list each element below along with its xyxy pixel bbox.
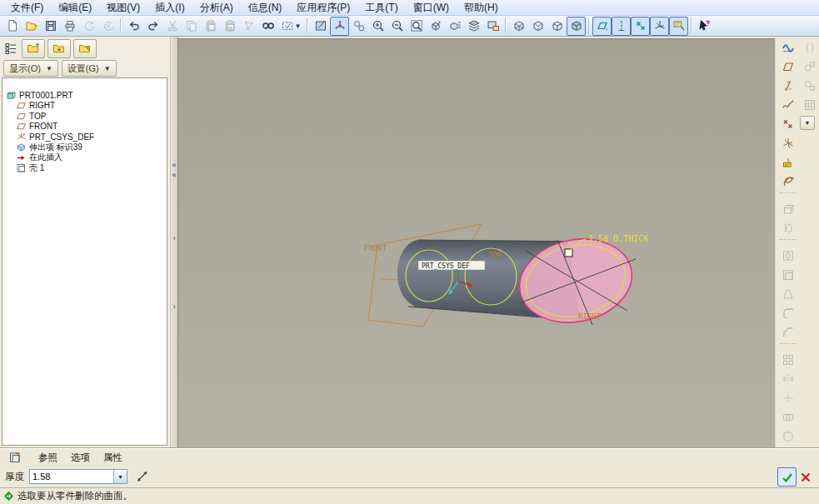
- zoom-out-button[interactable]: [387, 17, 407, 36]
- style-tool-button[interactable]: [778, 38, 798, 57]
- menu-view[interactable]: 视图(V): [99, 0, 147, 16]
- offset-curve-tool-icon: [803, 60, 817, 73]
- refit-button[interactable]: [407, 17, 426, 36]
- datum-curve-tool-button[interactable]: [778, 96, 798, 114]
- select-box-icon: [281, 19, 294, 32]
- nav-tab-model-tree[interactable]: [2, 40, 19, 57]
- annotations-toggle-button[interactable]: [669, 17, 688, 36]
- tree-item-label: FRONT: [29, 122, 57, 131]
- shaded-button[interactable]: [567, 17, 586, 36]
- menu-analysis[interactable]: 分析(A): [192, 0, 241, 16]
- datum-point-dropdown[interactable]: ▼: [800, 116, 815, 130]
- print-button[interactable]: [60, 17, 79, 36]
- trim-tool-button: [778, 389, 798, 407]
- tab-properties[interactable]: 属性: [103, 452, 122, 464]
- graphics-area[interactable]: FRONT RIGHT TOP PRT_CSYS_DEF 1.58 O.THIC…: [177, 38, 775, 447]
- menu-help[interactable]: 帮助(H): [457, 0, 506, 16]
- sash-expand-icon[interactable]: ›: [171, 303, 177, 310]
- layers-button[interactable]: [464, 17, 483, 36]
- sash-collapse-icon[interactable]: «: [171, 162, 177, 168]
- tree-item-plane-right[interactable]: RIGHT: [2, 101, 167, 112]
- chamfer-tool-button: [778, 323, 798, 342]
- thickness-dropdown[interactable]: ▼: [113, 470, 127, 483]
- menu-window[interactable]: 窗口(W): [406, 0, 457, 16]
- save-file-button[interactable]: [41, 17, 60, 36]
- paste-button: [201, 17, 220, 36]
- find-button[interactable]: [258, 17, 277, 36]
- chevron-down-icon[interactable]: ▼: [295, 22, 302, 30]
- copy-geometry-tool-icon: [803, 79, 817, 92]
- tab-references[interactable]: 参照: [38, 452, 57, 464]
- menu-info[interactable]: 信息(N): [241, 0, 290, 16]
- cancel-button[interactable]: [796, 467, 815, 487]
- redraw-button[interactable]: [311, 17, 330, 36]
- tree-settings-button[interactable]: 设置(G)▼: [62, 60, 117, 77]
- tree-item-plane-top[interactable]: TOP: [2, 111, 167, 122]
- tree-item-label: TOP: [29, 112, 46, 121]
- wireframe-button[interactable]: [509, 17, 528, 36]
- round-tool-icon: [782, 307, 795, 320]
- sash-expand-icon[interactable]: ›: [171, 235, 177, 242]
- datum-point-tool-button[interactable]: [778, 115, 798, 133]
- t-csys-icon: [16, 132, 27, 142]
- mirror-tool-icon: [782, 372, 795, 386]
- open-file-button[interactable]: [22, 17, 41, 36]
- context-help-button[interactable]: [695, 17, 714, 36]
- thickness-drag-handle[interactable]: [565, 249, 572, 257]
- tree-item-csys-def[interactable]: PRT_CSYS_DEF: [2, 132, 167, 142]
- datum-plane-tool-button[interactable]: [778, 57, 798, 76]
- thickness-label: 厚度: [5, 471, 24, 483]
- zoom-in-button[interactable]: [368, 17, 387, 36]
- flip-direction-button[interactable]: [132, 467, 152, 486]
- tree-item-shell-feature[interactable]: 壳 1: [2, 163, 167, 174]
- 3d-scene[interactable]: FRONT RIGHT TOP PRT_CSYS_DEF 1.58 O.THIC…: [178, 39, 776, 448]
- tab-options[interactable]: 选项: [71, 452, 90, 464]
- tree-item-insert-here[interactable]: 在此插入: [2, 152, 167, 163]
- redraw-icon: [314, 19, 327, 32]
- thickness-input[interactable]: [30, 472, 113, 482]
- menu-file[interactable]: 文件(F): [3, 0, 51, 16]
- nav-tab-folder-browser[interactable]: [22, 39, 45, 58]
- nav-tab-connections[interactable]: [73, 39, 97, 58]
- datum-curve-tool-icon: [782, 98, 795, 112]
- no-hidden-button[interactable]: [547, 17, 567, 36]
- mirror-tool-button: [778, 370, 798, 388]
- tree-item-extrude-feature[interactable]: 伸出项 标识39: [2, 142, 167, 153]
- reorient-button[interactable]: [426, 17, 445, 36]
- new-file-button[interactable]: [2, 17, 22, 36]
- datum-points-toggle-button[interactable]: [631, 17, 650, 36]
- csys-tool-button[interactable]: [778, 134, 798, 152]
- datum-planes-toggle-button[interactable]: [592, 17, 612, 36]
- trim-tool-icon: [782, 392, 795, 405]
- redo-button[interactable]: [143, 17, 162, 36]
- undo-button[interactable]: [124, 17, 143, 36]
- datum-axes-toggle-button[interactable]: [612, 17, 631, 36]
- toolbar-separator: [307, 18, 308, 33]
- offset-curve-tool-button: [800, 57, 819, 76]
- tree-item-plane-front[interactable]: FRONT: [2, 122, 167, 132]
- datum-csys-toggle-button[interactable]: [650, 17, 669, 36]
- orient-mode-button[interactable]: [349, 17, 368, 36]
- menu-applications[interactable]: 应用程序(P): [289, 0, 357, 16]
- tree-item-part-root[interactable]: PRT0001.PRT: [2, 90, 167, 101]
- toolbar-separator: [120, 18, 122, 33]
- spin-center-button[interactable]: [330, 17, 349, 36]
- hidden-line-button[interactable]: [528, 17, 547, 36]
- select-mode-button[interactable]: ▼: [277, 17, 304, 36]
- menu-tools[interactable]: 工具(T): [357, 0, 405, 16]
- orient-mode-icon: [352, 19, 366, 32]
- menu-insert[interactable]: 插入(I): [147, 0, 192, 16]
- tree-show-button[interactable]: 显示(O)▼: [3, 60, 58, 77]
- sash-collapse-icon[interactable]: «: [171, 172, 177, 178]
- datum-axis-tool-icon: [782, 79, 795, 92]
- nav-tab-favorites[interactable]: [47, 39, 71, 58]
- saved-views-button[interactable]: [445, 17, 464, 36]
- annotation-tool-button[interactable]: [778, 153, 798, 172]
- t-plane-icon: [16, 111, 27, 122]
- datum-axis-tool-button[interactable]: [778, 77, 798, 95]
- view-manager-button[interactable]: [483, 17, 502, 36]
- svg-text:PRT_CSYS_DEF: PRT_CSYS_DEF: [422, 262, 470, 270]
- ok-button[interactable]: [777, 467, 797, 487]
- menu-edit[interactable]: 编辑(E): [51, 0, 99, 16]
- sketch-tool-button[interactable]: [778, 172, 798, 191]
